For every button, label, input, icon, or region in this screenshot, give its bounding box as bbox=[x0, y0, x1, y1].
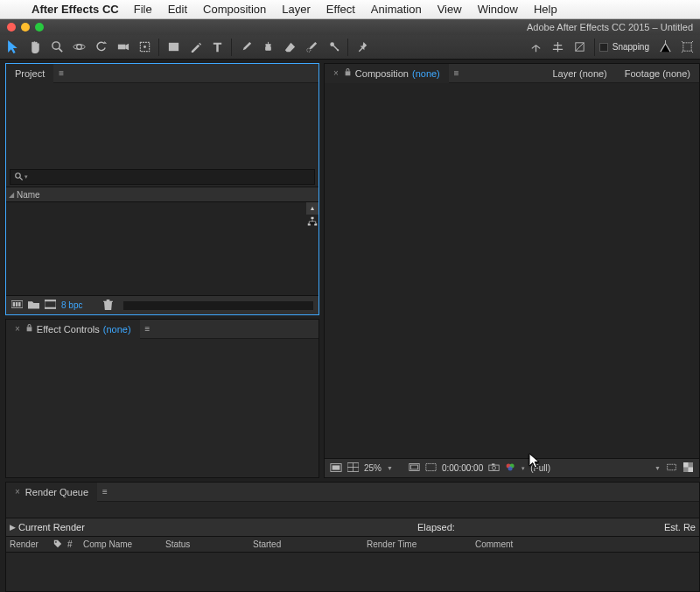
footage-tab[interactable]: Footage (none) bbox=[616, 64, 699, 83]
world-axis-mode-icon[interactable] bbox=[549, 38, 568, 57]
orbit-camera-tool-icon[interactable] bbox=[69, 38, 88, 57]
col-num[interactable]: # bbox=[64, 539, 80, 549]
tab-close-icon[interactable]: × bbox=[15, 320, 20, 339]
interpret-footage-icon[interactable] bbox=[11, 300, 23, 312]
channel-dropdown-icon[interactable]: ▾ bbox=[522, 465, 525, 472]
resolution-value[interactable]: (Full) bbox=[530, 463, 550, 473]
menu-edit[interactable]: Edit bbox=[160, 3, 195, 16]
zoom-value[interactable]: 25% bbox=[364, 463, 382, 473]
type-tool-icon[interactable] bbox=[207, 38, 227, 57]
new-folder-icon[interactable] bbox=[28, 300, 39, 312]
col-status[interactable]: Status bbox=[162, 539, 249, 549]
window-close-button[interactable] bbox=[7, 23, 16, 32]
panel-menu-icon[interactable]: ≡ bbox=[449, 68, 466, 78]
project-flowchart-icon[interactable] bbox=[306, 216, 318, 229]
project-tab[interactable]: Project bbox=[6, 64, 53, 83]
scroll-up-icon[interactable]: ▴ bbox=[306, 202, 318, 215]
snapping-checkbox[interactable] bbox=[599, 43, 608, 52]
project-search[interactable]: ▾ bbox=[10, 169, 315, 185]
window-minimize-button[interactable] bbox=[21, 23, 30, 32]
timecode[interactable]: 0:00:00:00 bbox=[442, 463, 483, 473]
menu-animation[interactable]: Animation bbox=[363, 3, 430, 16]
zoom-tool-icon[interactable] bbox=[47, 38, 66, 57]
snap-to-features-icon[interactable] bbox=[677, 38, 696, 57]
effect-controls-tab[interactable]: × Effect Controls (none) bbox=[6, 320, 140, 339]
composition-panel: × Composition (none) ≡ Layer (none) Foot… bbox=[324, 63, 700, 478]
effect-controls-tab-label: Effect Controls bbox=[37, 320, 100, 339]
svg-rect-39 bbox=[668, 464, 676, 470]
roi-icon[interactable] bbox=[666, 462, 677, 474]
magnification-icon[interactable] bbox=[347, 462, 359, 474]
panel-menu-icon[interactable]: ≡ bbox=[97, 487, 114, 497]
svg-line-14 bbox=[20, 177, 23, 180]
pen-tool-icon[interactable] bbox=[186, 38, 205, 57]
project-item-list[interactable]: ▴ bbox=[6, 202, 318, 295]
rotation-tool-icon[interactable] bbox=[91, 38, 110, 57]
window-zoom-button[interactable] bbox=[35, 23, 44, 32]
svg-rect-21 bbox=[18, 302, 20, 307]
view-axis-mode-icon[interactable] bbox=[570, 38, 590, 57]
app-menu[interactable]: After Effects CC bbox=[24, 3, 126, 16]
panel-menu-icon[interactable]: ≡ bbox=[53, 68, 70, 78]
new-composition-icon[interactable] bbox=[45, 300, 56, 312]
always-preview-icon[interactable] bbox=[330, 462, 342, 475]
tab-close-icon[interactable]: × bbox=[333, 64, 339, 83]
lock-icon[interactable] bbox=[344, 64, 352, 83]
snap-to-edges-icon[interactable] bbox=[655, 38, 675, 57]
unified-camera-tool-icon[interactable] bbox=[113, 38, 132, 57]
safe-zones-icon[interactable] bbox=[409, 462, 420, 474]
svg-point-13 bbox=[16, 173, 21, 178]
col-render-time[interactable]: Render Time bbox=[363, 539, 472, 549]
brush-tool-icon[interactable] bbox=[236, 38, 256, 57]
menu-effect[interactable]: Effect bbox=[318, 3, 363, 16]
layer-tab-label: Layer (none) bbox=[552, 64, 606, 83]
composition-tab[interactable]: × Composition (none) bbox=[325, 64, 449, 83]
column-sort-icon[interactable]: ◢ bbox=[6, 191, 17, 199]
pan-behind-tool-icon[interactable] bbox=[135, 38, 154, 57]
eraser-tool-icon[interactable] bbox=[280, 38, 299, 57]
panel-menu-icon[interactable]: ≡ bbox=[140, 324, 157, 334]
res-dropdown-icon[interactable]: ▼ bbox=[654, 465, 661, 471]
menu-view[interactable]: View bbox=[430, 3, 470, 16]
delete-icon[interactable] bbox=[103, 299, 113, 313]
twirl-icon[interactable]: ▶ bbox=[6, 523, 18, 532]
local-axis-mode-icon[interactable] bbox=[527, 38, 546, 57]
col-started[interactable]: Started bbox=[249, 539, 363, 549]
col-comp-name[interactable]: Comp Name bbox=[80, 539, 162, 549]
layer-tab[interactable]: Layer (none) bbox=[543, 64, 615, 83]
composition-tab-label: Composition bbox=[355, 64, 409, 83]
menu-layer[interactable]: Layer bbox=[274, 3, 318, 16]
col-tag-icon[interactable] bbox=[48, 539, 64, 550]
snapshot-icon[interactable] bbox=[488, 462, 500, 474]
transparency-grid-icon[interactable] bbox=[682, 462, 694, 474]
lock-icon[interactable] bbox=[25, 320, 33, 339]
composition-viewer[interactable] bbox=[325, 83, 699, 458]
toggle-mask-icon[interactable] bbox=[425, 462, 437, 474]
rectangle-tool-icon[interactable] bbox=[164, 38, 183, 57]
selection-tool-icon[interactable] bbox=[4, 38, 23, 57]
search-dropdown-icon[interactable]: ▾ bbox=[24, 173, 28, 180]
menu-composition[interactable]: Composition bbox=[195, 3, 274, 16]
roto-brush-tool-icon[interactable] bbox=[302, 38, 321, 57]
pin-icon[interactable] bbox=[353, 38, 372, 57]
hand-tool-icon[interactable] bbox=[25, 38, 45, 57]
menu-window[interactable]: Window bbox=[470, 3, 526, 16]
svg-rect-26 bbox=[345, 71, 350, 75]
render-queue-panel: × Render Queue ≡ ▶ Current Render Elapse… bbox=[5, 482, 700, 592]
zoom-dropdown-icon[interactable]: ▼ bbox=[387, 465, 393, 471]
tab-close-icon[interactable]: × bbox=[15, 483, 20, 502]
svg-rect-28 bbox=[332, 465, 340, 469]
col-render[interactable]: Render bbox=[6, 539, 48, 549]
column-name[interactable]: Name bbox=[17, 190, 40, 200]
puppet-pin-tool-icon[interactable] bbox=[324, 38, 343, 57]
show-channel-icon[interactable] bbox=[505, 462, 516, 474]
svg-line-1 bbox=[59, 48, 62, 52]
menu-file[interactable]: File bbox=[126, 3, 160, 16]
col-comment[interactable]: Comment bbox=[472, 539, 513, 549]
project-bit-depth[interactable]: 8 bpc bbox=[61, 300, 82, 310]
clone-stamp-tool-icon[interactable] bbox=[258, 38, 277, 57]
menu-help[interactable]: Help bbox=[526, 3, 565, 16]
render-queue-columns: Render # Comp Name Status Started Render… bbox=[6, 537, 699, 553]
render-queue-tab[interactable]: × Render Queue bbox=[6, 483, 97, 502]
tools-toolbar: Snapping bbox=[0, 35, 700, 60]
